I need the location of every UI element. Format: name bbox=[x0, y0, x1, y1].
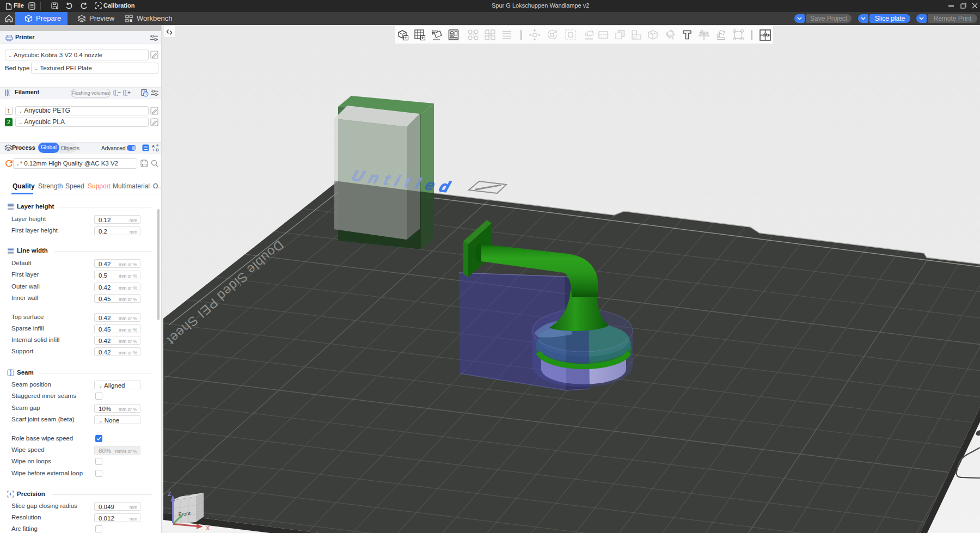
svg-text:B: B bbox=[156, 148, 159, 152]
svg-text:AUTO: AUTO bbox=[432, 29, 438, 32]
svg-text:A: A bbox=[152, 144, 155, 148]
svg-text:Z: Z bbox=[168, 491, 171, 497]
svg-text:X: X bbox=[206, 525, 210, 531]
